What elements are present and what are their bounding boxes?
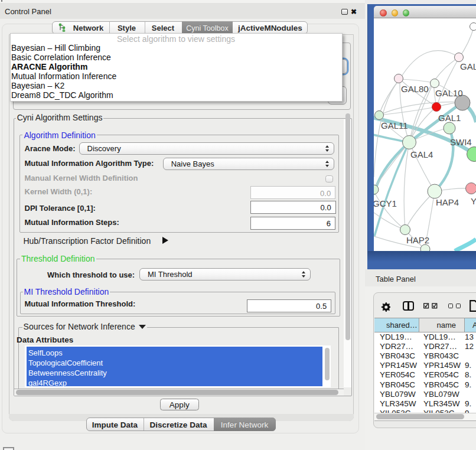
- svg-text:GAL80: GAL80: [401, 84, 429, 94]
- svg-text:HAP4: HAP4: [436, 197, 459, 207]
- svg-text:GAL7: GAL7: [460, 61, 476, 71]
- svg-text:GAL11: GAL11: [381, 120, 408, 131]
- svg-text:GCY1: GCY1: [374, 198, 397, 208]
- svg-text:SWI4: SWI4: [450, 137, 472, 147]
- svg-text:Y: Y: [471, 196, 476, 206]
- svg-text:GAL1: GAL1: [438, 113, 461, 123]
- svg-text:GAL10: GAL10: [435, 88, 463, 98]
- svg-text:GAL4: GAL4: [410, 149, 433, 159]
- svg-text:HAP2: HAP2: [406, 235, 429, 245]
